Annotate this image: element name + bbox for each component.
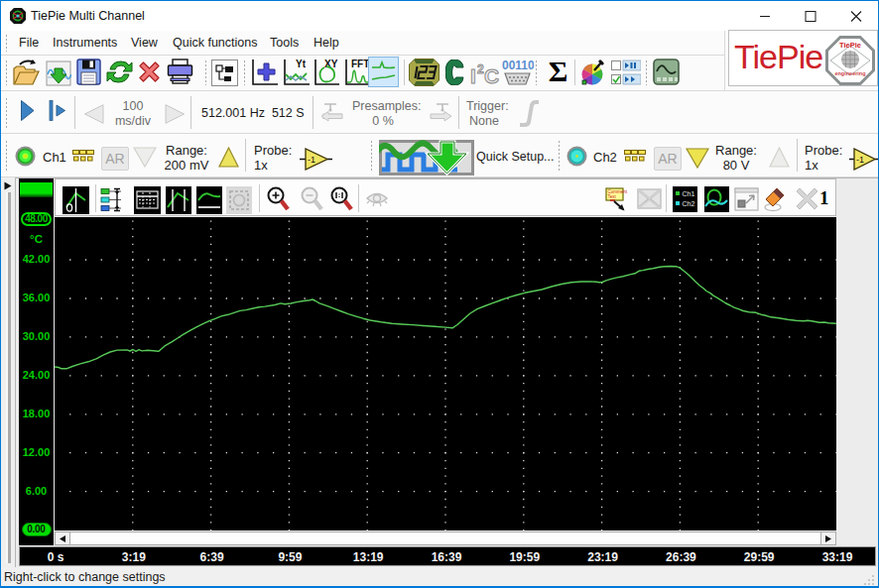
svg-text:-1: -1 — [308, 155, 315, 165]
svg-text:TiePie: TiePie — [839, 41, 861, 50]
svg-text:I: I — [470, 64, 476, 86]
svg-text:FFT: FFT — [351, 59, 369, 69]
svg-text:engineering: engineering — [834, 70, 865, 76]
svg-text:C: C — [484, 64, 499, 86]
svg-text:-1: -1 — [856, 155, 864, 165]
svg-text:Yt: Yt — [296, 59, 307, 69]
svg-text:2: 2 — [477, 62, 484, 76]
svg-text:Ch1: Ch1 — [683, 190, 695, 197]
svg-text:00110: 00110 — [502, 59, 534, 72]
svg-text:Text: Text — [608, 194, 617, 199]
svg-text:Ch2: Ch2 — [683, 200, 695, 207]
